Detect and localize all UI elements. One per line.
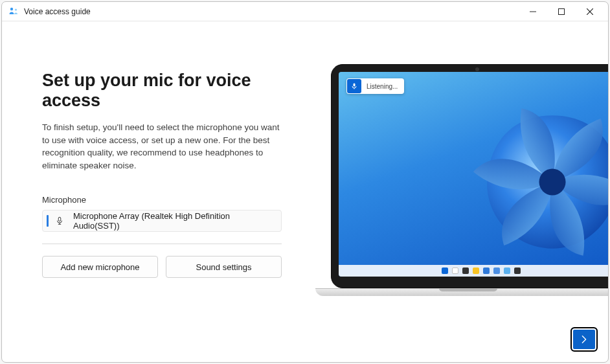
- selected-microphone-name: Microphone Array (Realtek High Definitio…: [71, 211, 276, 231]
- voice-access-status-pill: Listening...: [346, 78, 404, 94]
- microphone-label: Microphone: [42, 195, 295, 205]
- page-description: To finish setup, you'll need to select t…: [42, 121, 282, 172]
- sound-settings-button[interactable]: Sound settings: [166, 256, 282, 278]
- content-area: Set up your mic for voice access To fini…: [2, 21, 608, 362]
- preview-panel: Listening...: [313, 21, 608, 362]
- svg-point-1: [15, 8, 17, 10]
- minimize-button[interactable]: [519, 3, 547, 21]
- svg-rect-6: [58, 218, 61, 222]
- close-button[interactable]: [576, 3, 604, 21]
- voice-access-status-text: Listening...: [367, 83, 398, 90]
- taskbar-app-icon: [504, 267, 510, 274]
- add-new-microphone-button[interactable]: Add new microphone: [42, 256, 158, 278]
- microphone-actions: Add new microphone Sound settings: [42, 256, 295, 278]
- laptop-illustration: Listening...: [313, 64, 608, 310]
- page-title: Set up your mic for voice access: [42, 71, 295, 111]
- svg-rect-3: [559, 8, 565, 14]
- maximize-button[interactable]: [547, 3, 576, 21]
- microphone-icon: [55, 216, 64, 225]
- window-title: Voice access guide: [24, 7, 91, 16]
- chevron-right-icon: [580, 335, 589, 344]
- taskbar-search-icon: [452, 267, 458, 274]
- taskbar-start-icon: [442, 267, 448, 274]
- taskbar-taskview-icon: [462, 267, 469, 274]
- taskbar-edge-icon: [483, 267, 490, 274]
- svg-point-9: [539, 168, 565, 195]
- mic-level-indicator: [47, 215, 49, 227]
- laptop-hinge-notch: [439, 288, 497, 291]
- taskbar-app2-icon: [514, 267, 521, 274]
- svg-rect-10: [354, 84, 356, 87]
- divider: [42, 244, 282, 244]
- titlebar: Voice access guide: [2, 2, 608, 21]
- next-button[interactable]: [570, 327, 598, 352]
- taskbar: [339, 265, 608, 277]
- laptop-screen: Listening...: [339, 72, 608, 277]
- voice-access-app-icon: [8, 6, 19, 17]
- windows-bloom-wallpaper: [462, 91, 608, 273]
- voice-access-guide-window: Voice access guide Set up your mic for v…: [1, 1, 609, 363]
- setup-panel: Set up your mic for voice access To fini…: [2, 21, 313, 362]
- svg-point-0: [10, 7, 13, 10]
- taskbar-store-icon: [493, 267, 500, 274]
- taskbar-explorer-icon: [473, 267, 479, 274]
- status-microphone-icon: [347, 79, 361, 93]
- laptop-camera-icon: [475, 67, 479, 71]
- microphone-selector[interactable]: Microphone Array (Realtek High Definitio…: [42, 210, 282, 232]
